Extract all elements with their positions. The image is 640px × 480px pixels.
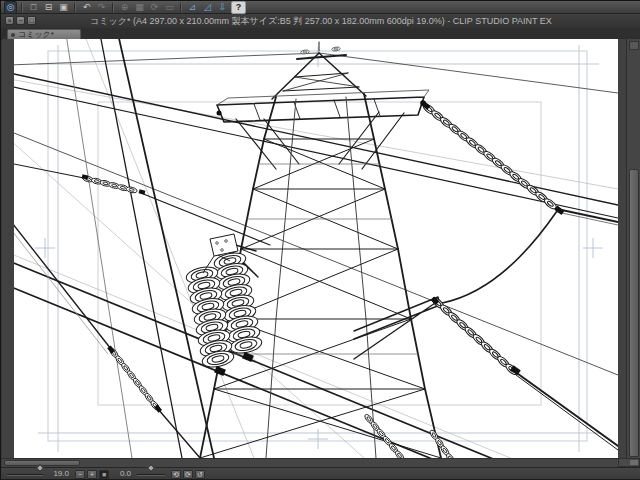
help-icon[interactable]: ?	[231, 1, 246, 14]
title-bar: × − □ コミック* (A4 297.00 x 210.00mm 製本サイズ:…	[1, 14, 640, 29]
tab-modified-dot-icon	[11, 33, 15, 37]
toolbar-separator	[180, 3, 182, 12]
tab-label: コミック*	[18, 30, 54, 39]
insulator-strings	[82, 47, 558, 458]
zoom-in-button[interactable]: +	[87, 470, 97, 479]
canvas-page[interactable]	[14, 39, 618, 458]
canvas-gutter-right	[618, 39, 626, 467]
crop-icon[interactable]: ▭	[163, 2, 176, 13]
reset-rotation-button[interactable]: ↺	[195, 470, 205, 479]
zoom-out-button[interactable]: −	[75, 470, 85, 479]
save-file-icon[interactable]: ▣	[57, 2, 70, 13]
fit-to-screen-button[interactable]: ■	[99, 470, 109, 479]
zoom-tool-icon[interactable]: ⊕	[118, 2, 131, 13]
rotate-left-button[interactable]: ⟲	[171, 470, 181, 479]
transform-icon[interactable]: ▦	[133, 2, 146, 13]
vertical-scrollbar[interactable]	[626, 39, 640, 467]
command-bar: ◎ □ ⊟ ▣ ↶ ↷ ⊕ ▦ ⟳ ▭ ⊿ ◿ ⇩ ?	[1, 1, 640, 14]
tab-comic[interactable]: コミック*	[7, 29, 81, 39]
snap-to-special-ruler-icon[interactable]: ◿	[201, 2, 214, 13]
rotate-canvas-icon[interactable]: ⟳	[148, 2, 161, 13]
undo-icon[interactable]: ↶	[80, 2, 93, 13]
app-window: ◎ □ ⊟ ▣ ↶ ↷ ⊕ ▦ ⟳ ▭ ⊿ ◿ ⇩ ? × − □ コミック* …	[0, 0, 640, 480]
snap-to-grid-icon[interactable]: ⇩	[216, 2, 229, 13]
canvas-gutter-left	[2, 39, 14, 467]
scrollbar-corner	[618, 458, 640, 467]
window-title: コミック* (A4 297.00 x 210.00mm 製本サイズ:B5 判 2…	[1, 15, 640, 28]
redo-icon[interactable]: ↷	[95, 2, 108, 13]
scrollbar-corner-button[interactable]	[630, 460, 638, 465]
horizontal-scrollbar[interactable]	[2, 458, 618, 467]
new-canvas-icon[interactable]: □	[27, 2, 40, 13]
vertical-scrollbar-thumb[interactable]	[629, 169, 639, 457]
rotate-right-button[interactable]: ⟳	[183, 470, 193, 479]
toolbar-separator	[74, 3, 76, 12]
clip-studio-logo-icon[interactable]: ◎	[4, 1, 17, 14]
snap-to-ruler-icon[interactable]: ⊿	[186, 2, 199, 13]
scroll-up-button[interactable]	[629, 41, 639, 50]
toolbar-separator	[21, 3, 23, 12]
artwork-canvas[interactable]	[14, 39, 618, 458]
open-file-icon[interactable]: ⊟	[42, 2, 55, 13]
toolbar-separator	[112, 3, 114, 12]
